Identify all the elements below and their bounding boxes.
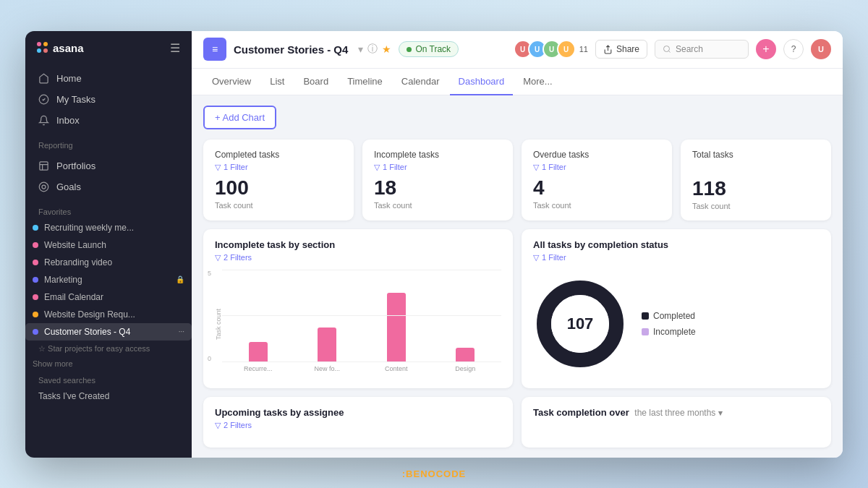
sidebar-item-home[interactable]: Home <box>31 68 186 89</box>
sidebar-item-inbox[interactable]: Inbox <box>31 110 186 131</box>
share-button[interactable]: Share <box>595 40 647 59</box>
star-icon[interactable]: ★ <box>382 43 391 55</box>
overdue-label: Task count <box>533 201 660 210</box>
search-label: Search <box>676 44 703 54</box>
star-projects-label[interactable]: ☆ Star projects for easy access <box>25 341 192 357</box>
sidebar-item-my-tasks[interactable]: My Tasks <box>31 89 186 110</box>
tab-more[interactable]: More... <box>514 69 561 95</box>
fav-dot-4 <box>33 294 38 300</box>
help-label: ? <box>791 44 796 54</box>
stats-row: Completed tasks ▽1 Filter 100 Task count… <box>203 140 831 221</box>
bar-group-4 <box>435 348 496 362</box>
favorites-item-4[interactable]: Email Calendar <box>25 288 192 306</box>
title-controls: ▾ ⓘ ★ <box>358 43 391 56</box>
charts-row: Incomplete task by section ▽2 Filters Ta… <box>203 229 831 388</box>
add-chart-button[interactable]: + Add Chart <box>203 106 276 129</box>
favorites-item-1[interactable]: Website Launch <box>25 236 192 254</box>
completed-label: Task count <box>215 201 342 210</box>
incomplete-label: Task count <box>374 201 501 210</box>
asana-logo: asana <box>37 42 84 54</box>
tab-timeline[interactable]: Timeline <box>339 69 391 95</box>
fav-label-1: Website Launch <box>44 240 106 250</box>
donut-chart-card: All tasks by completion status ▽1 Filter <box>522 229 831 388</box>
add-button[interactable]: + <box>756 39 776 59</box>
fav-dot-5 <box>33 312 38 317</box>
stat-card-incomplete: Incomplete tasks ▽1 Filter 18 Task count <box>362 140 513 221</box>
search-bar[interactable]: Search <box>655 40 749 59</box>
svg-point-3 <box>42 185 46 189</box>
saved-search-item[interactable]: Tasks I've Created <box>25 388 192 405</box>
portfolios-label: Portfolios <box>56 160 95 171</box>
upcoming-filter[interactable]: ▽2 Filters <box>215 421 501 430</box>
completed-value: 100 <box>215 178 342 198</box>
favorites-item-2[interactable]: Rebranding video <box>25 254 192 271</box>
bar-group-3 <box>366 293 427 362</box>
watermark-text: BENOCODE <box>406 468 466 479</box>
dropdown-arrow-icon[interactable]: ▾ <box>358 43 363 55</box>
svg-point-4 <box>664 46 670 52</box>
time-range-dropdown[interactable]: ▾ <box>718 408 723 417</box>
donut-chart-filter[interactable]: ▽1 Filter <box>533 253 820 262</box>
avatar-count: 11 <box>579 45 588 53</box>
bar-chart-filter[interactable]: ▽2 Filters <box>215 253 501 262</box>
legend-incomplete-label: Incomplete <box>653 327 696 337</box>
add-chart-label: + Add Chart <box>215 112 265 123</box>
stat-card-total: Total tasks 118 Task count <box>681 140 831 221</box>
donut-center-value: 107 <box>567 314 594 333</box>
help-button[interactable]: ? <box>783 39 804 59</box>
total-value: 118 <box>692 179 820 199</box>
bar-3 <box>387 293 406 362</box>
reporting-section-label: Reporting <box>25 134 192 153</box>
bar-group-2 <box>297 328 358 362</box>
bar-chart-title: Incomplete task by section <box>215 239 501 250</box>
info-icon[interactable]: ⓘ <box>367 43 378 56</box>
legend-completed-dot <box>642 312 649 320</box>
favorites-item-5[interactable]: Website Design Requ... <box>25 306 192 323</box>
favorites-item-6[interactable]: Customer Stories - Q4 ··· <box>25 323 192 341</box>
lock-icon: 🔒 <box>176 275 184 283</box>
fav-label-2: Rebranding video <box>44 257 112 267</box>
tab-list[interactable]: List <box>261 69 293 95</box>
x-labels: Recurre... New fo... Content Design <box>222 362 501 378</box>
completed-filter[interactable]: ▽1 Filter <box>215 163 342 172</box>
project-icon-label: ≡ <box>212 43 218 55</box>
favorites-item-3[interactable]: Marketing 🔒 <box>25 271 192 288</box>
tab-calendar[interactable]: Calendar <box>393 69 448 95</box>
fav-more-icon[interactable]: ··· <box>179 328 184 335</box>
hamburger-icon[interactable]: ☰ <box>170 41 180 55</box>
tab-dashboard[interactable]: Dashboard <box>450 69 514 95</box>
project-icon-button[interactable]: ≡ <box>203 38 226 61</box>
fav-label-3: Marketing <box>44 275 82 285</box>
favorites-item-0[interactable]: Recruiting weekly me... <box>25 219 192 236</box>
status-badge: On Track <box>399 41 459 57</box>
donut-area: 107 Completed Incomplete <box>533 270 820 378</box>
watermark: :BENOCODE <box>402 468 466 479</box>
fav-label-0: Recruiting weekly me... <box>44 223 134 233</box>
donut-chart-title: All tasks by completion status <box>533 239 820 250</box>
x-label-3: Content <box>366 365 427 378</box>
fav-label-5: Website Design Requ... <box>44 309 135 320</box>
donut-container: 107 <box>533 277 627 371</box>
bar-4 <box>456 348 475 362</box>
nav-inbox-label: Inbox <box>56 115 80 126</box>
favorites-label: Favorites <box>25 200 192 219</box>
favorites-list: Recruiting weekly me... Website Launch R… <box>25 219 192 341</box>
sidebar-item-goals[interactable]: Goals <box>31 176 186 197</box>
logo-dot-tr <box>43 42 48 46</box>
time-range-label: the last three months <box>634 408 718 418</box>
upcoming-tasks-card: Upcoming tasks by assignee ▽2 Filters <box>203 397 513 448</box>
task-completion-header: Task completion over the last three mont… <box>533 407 820 421</box>
sidebar-header: asana ☰ <box>25 31 192 65</box>
tab-board[interactable]: Board <box>294 69 337 95</box>
sidebar-item-portfolios[interactable]: Portfolios <box>31 155 186 176</box>
overdue-filter[interactable]: ▽1 Filter <box>533 163 660 172</box>
bottom-row: Upcoming tasks by assignee ▽2 Filters Ta… <box>203 397 831 448</box>
fav-dot-6 <box>33 329 38 335</box>
user-avatar[interactable]: U <box>811 39 831 59</box>
incomplete-filter[interactable]: ▽1 Filter <box>374 163 501 172</box>
bar-group-1 <box>228 342 289 362</box>
top-bar-right: U U U U 11 Share Search + ? <box>514 39 831 59</box>
tab-overview[interactable]: Overview <box>203 69 260 95</box>
show-more[interactable]: Show more <box>25 357 192 370</box>
nav-mytasks-label: My Tasks <box>56 94 95 105</box>
